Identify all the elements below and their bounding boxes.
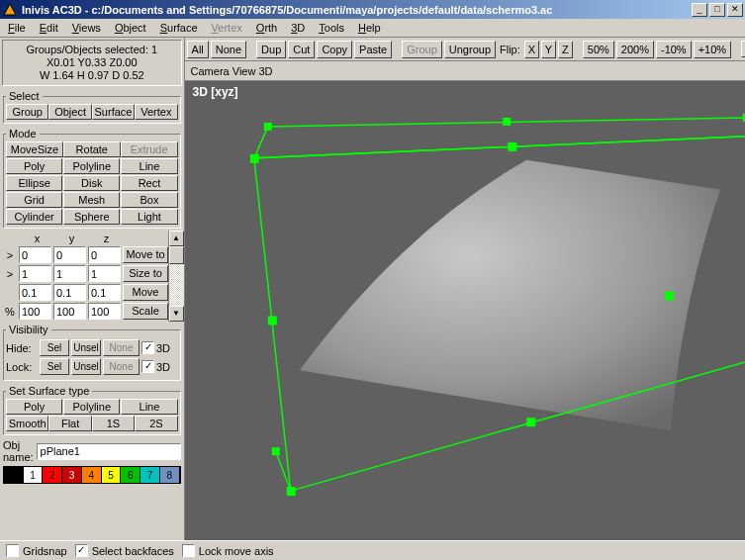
lock-sel-button[interactable]: Sel <box>40 358 69 375</box>
tb-select-all-button[interactable]: All <box>187 41 209 58</box>
tb-flip-x-button[interactable]: X <box>524 41 539 58</box>
tb-ungroup-button[interactable]: Ungroup <box>444 41 496 58</box>
tool-grid-button[interactable]: Grid <box>6 192 62 208</box>
tb-zoom-50-button[interactable]: 50% <box>583 41 614 58</box>
transform-panel: xyz >Move to>Size toMove%Scale ▲ ▼ <box>0 231 184 322</box>
maximize-button[interactable]: □ <box>709 3 725 17</box>
scroll-thumb[interactable] <box>169 246 184 264</box>
xyz-input-2-0[interactable] <box>19 284 51 301</box>
tool-rect-button[interactable]: Rect <box>121 175 177 191</box>
menu-surface[interactable]: Surface <box>154 21 204 35</box>
minimize-button[interactable]: _ <box>692 3 707 17</box>
select-object-button[interactable]: Object <box>48 104 91 120</box>
transform-scrollbar[interactable]: ▲ ▼ <box>168 231 184 322</box>
tool-poly-button[interactable]: Poly <box>6 158 62 174</box>
tb-copy-button[interactable]: Copy <box>317 41 352 58</box>
menu-edit[interactable]: Edit <box>34 21 64 35</box>
palette-color-5[interactable]: 5 <box>102 467 122 483</box>
palette-color-1[interactable]: 1 <box>24 467 44 483</box>
menu-3d[interactable]: 3D <box>285 21 311 35</box>
palette-color-4[interactable]: 4 <box>82 467 102 483</box>
tb-layout-icon-0[interactable] <box>741 41 745 57</box>
lock-unsel-button[interactable]: Unsel <box>71 358 101 375</box>
select-surface-button[interactable]: Surface <box>92 104 135 120</box>
sst-2s-button[interactable]: 2S <box>135 416 177 431</box>
select-vertex-button[interactable]: Vertex <box>135 104 177 120</box>
tool-disk-button[interactable]: Disk <box>63 175 120 191</box>
svg-rect-4 <box>508 142 516 151</box>
hide-unsel-button[interactable]: Unsel <box>71 339 101 356</box>
menu-tools[interactable]: Tools <box>313 21 350 35</box>
palette-color-7[interactable]: 7 <box>140 467 160 483</box>
gridsnap-toggle[interactable]: Gridsnap <box>6 544 67 557</box>
viewport-3d[interactable]: 3D [xyz] <box>185 81 745 540</box>
sst-line-button[interactable]: Line <box>121 399 177 415</box>
palette-color-6[interactable]: 6 <box>121 467 140 483</box>
palette-color-8[interactable]: 8 <box>160 467 180 483</box>
vis-3d-checkbox[interactable]: ✓ <box>141 341 154 354</box>
backfaces-checkbox[interactable]: ✓ <box>75 544 88 557</box>
xyz-input-3-2[interactable] <box>88 303 121 320</box>
tool-light-button[interactable]: Light <box>121 209 177 225</box>
close-button[interactable]: ✕ <box>727 3 743 17</box>
lockmove-checkbox[interactable] <box>182 544 195 557</box>
move-button[interactable]: Move <box>123 284 168 301</box>
tool-polyline-button[interactable]: Polyline <box>63 158 120 174</box>
tool-sphere-button[interactable]: Sphere <box>63 209 120 225</box>
scale-button[interactable]: Scale <box>123 303 168 320</box>
move-to-button[interactable]: Move to <box>123 246 168 263</box>
xyz-input-2-2[interactable] <box>88 284 121 301</box>
tool-line-button[interactable]: Line <box>121 158 177 174</box>
xyz-input-1-1[interactable] <box>53 265 86 282</box>
scroll-track[interactable] <box>169 264 184 306</box>
xyz-input-1-0[interactable] <box>19 265 51 282</box>
menu-file[interactable]: File <box>2 21 32 35</box>
tool-box-button[interactable]: Box <box>121 192 177 208</box>
xyz-input-2-1[interactable] <box>53 284 86 301</box>
mode-rotate-button[interactable]: Rotate <box>63 141 121 157</box>
sst-polyline-button[interactable]: Polyline <box>63 399 120 415</box>
mode-movesize-button[interactable]: MoveSize <box>6 141 63 157</box>
xyz-lead[interactable]: > <box>3 268 17 280</box>
tool-mesh-button[interactable]: Mesh <box>63 192 120 208</box>
xyz-input-3-0[interactable] <box>19 303 51 320</box>
sst-poly-button[interactable]: Poly <box>6 399 62 415</box>
size-to-button[interactable]: Size to <box>123 265 168 282</box>
lockmove-toggle[interactable]: Lock move axis <box>182 544 274 557</box>
menu-orth[interactable]: Orth <box>250 21 283 35</box>
hide-sel-button[interactable]: Sel <box>40 339 69 356</box>
gridsnap-checkbox[interactable] <box>6 544 19 557</box>
tb-zoom-10-button[interactable]: -10% <box>656 41 692 58</box>
backfaces-toggle[interactable]: ✓ Select backfaces <box>75 544 174 557</box>
sst-flat-button[interactable]: Flat <box>48 416 91 431</box>
menu-views[interactable]: Views <box>66 21 107 35</box>
xyz-lead[interactable]: > <box>3 249 17 261</box>
palette-color-3[interactable]: 3 <box>62 467 82 483</box>
xyz-input-1-2[interactable] <box>88 265 121 282</box>
tool-ellipse-button[interactable]: Ellipse <box>6 175 62 191</box>
sst-1s-button[interactable]: 1S <box>92 416 135 431</box>
palette-color-2[interactable]: 2 <box>43 467 62 483</box>
tb-dup-button[interactable]: Dup <box>256 41 286 58</box>
tb-zoom-10-button[interactable]: +10% <box>694 41 731 58</box>
tool-cylinder-button[interactable]: Cylinder <box>6 209 62 225</box>
tb-flip-y-button[interactable]: Y <box>541 41 556 58</box>
tb-paste-button[interactable]: Paste <box>354 41 392 58</box>
menu-help[interactable]: Help <box>352 21 387 35</box>
palette-color-0[interactable] <box>4 467 24 483</box>
tb-zoom-200-button[interactable]: 200% <box>616 41 654 58</box>
select-group-button[interactable]: Group <box>6 104 48 120</box>
tb-cut-button[interactable]: Cut <box>288 41 315 58</box>
sst-smooth-button[interactable]: Smooth <box>6 416 48 431</box>
scroll-up-icon[interactable]: ▲ <box>169 231 184 246</box>
tb-flip-z-button[interactable]: Z <box>558 41 573 58</box>
menu-object[interactable]: Object <box>109 21 152 35</box>
vis-3d-checkbox[interactable]: ✓ <box>141 360 154 373</box>
xyz-input-0-1[interactable] <box>53 246 86 263</box>
xyz-input-0-0[interactable] <box>19 246 51 263</box>
scroll-down-icon[interactable]: ▼ <box>169 306 184 322</box>
tb-select-none-button[interactable]: None <box>211 41 246 58</box>
xyz-input-3-1[interactable] <box>53 303 86 320</box>
xyz-input-0-2[interactable] <box>88 246 121 263</box>
objname-input[interactable] <box>37 443 181 460</box>
